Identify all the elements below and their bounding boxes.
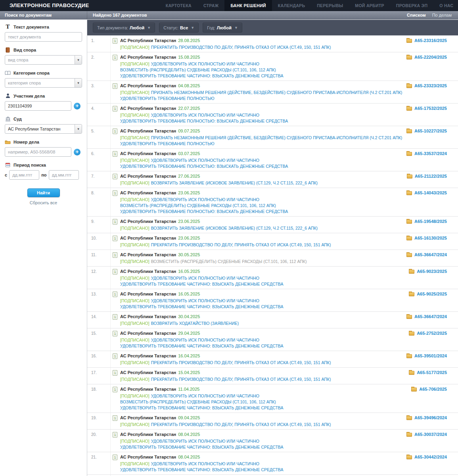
filter-dropdown-2[interactable]: Статус:Все▼ <box>159 23 199 33</box>
case-number-link[interactable]: А65-36647/2024 <box>414 252 447 257</box>
search-button[interactable]: Найти <box>27 188 60 197</box>
add-case-number-button[interactable]: + <box>74 149 80 155</box>
period-from-input[interactable] <box>9 170 39 180</box>
resolution-link[interactable]: ПРЕКРАТИТЬ ПРОИЗВОДСТВО ПО ДЕЛУ, ПРИНЯТЬ… <box>151 45 331 50</box>
resolution-link[interactable]: УДОВЛЕТВОРИТЬ ИСК ПОЛНОСТЬЮ ИЛИ ЧАСТИЧНО <box>151 276 259 280</box>
court-link[interactable]: АС Республики Татарстан <box>120 55 176 60</box>
court-link[interactable]: АС Республики Татарстан <box>120 190 176 195</box>
case-number-link[interactable]: А65-22204/2025 <box>414 55 447 60</box>
case-number-link[interactable]: А65-16130/2025 <box>414 236 447 240</box>
case-number-link[interactable]: А65-19548/2025 <box>414 219 447 224</box>
court-link[interactable]: АС Республики Татарстан <box>120 252 176 257</box>
case-number-link[interactable]: А65-2752/2025 <box>417 331 447 336</box>
resolution-link[interactable]: УДОВЛЕТВОРИТЬ ИСК ПОЛНОСТЬЮ ИЛИ ЧАСТИЧНО <box>151 197 259 202</box>
court-link[interactable]: АС Республики Татарстан <box>120 129 176 133</box>
court-link[interactable]: АС Республики Татарстан <box>120 236 176 240</box>
resolution-link[interactable]: УДОВЛЕТВОРИТЬ ИСК ПОЛНОСТЬЮ ИЛИ ЧАСТИЧНО <box>151 61 259 66</box>
court-link[interactable]: АС Республики Татарстан <box>120 106 176 111</box>
resolution-link[interactable]: ВОЗВРАТИТЬ ЗАЯВЛЕНИЕ (ИСКОВОЕ ЗАЯВЛЕНИЕ)… <box>151 180 318 185</box>
resolution-link[interactable]: ВОЗВРАТИТЬ ХОДАТАЙСТВО (ЗАЯВЛЕНИЕ) <box>151 321 239 326</box>
court-link[interactable]: АС Республики Татарстан <box>120 83 176 88</box>
document-text-input[interactable] <box>5 32 82 42</box>
court-link[interactable]: АС Республики Татарстан <box>120 314 176 319</box>
court-link[interactable]: АС Республики Татарстан <box>120 38 176 43</box>
resolution-link[interactable]: УДОВЛЕТВОРИТЬ ТРЕБОВАНИЕ ЧАСТИЧНО: ВЗЫСК… <box>120 282 283 286</box>
case-number-link[interactable]: А65-23323/2025 <box>414 83 447 88</box>
court-link[interactable]: АС Республики Татарстан <box>120 151 176 156</box>
nav-tab-8[interactable]: О НАС <box>433 0 458 11</box>
case-number-link[interactable]: А65-23316/2025 <box>414 38 447 43</box>
case-number-link[interactable]: А65-9023/2025 <box>417 269 447 274</box>
nav-tab-3[interactable]: БАНК РЕШЕНИЙ <box>224 0 272 11</box>
resolution-link[interactable]: УДОВЛЕТВОРИТЬ ИСК ПОЛНОСТЬЮ ИЛИ ЧАСТИЧНО <box>151 393 259 398</box>
resolution-link[interactable]: ПРЕКРАТИТЬ ПРОИЗВОДСТВО ПО ДЕЛУ, ПРИНЯТЬ… <box>151 242 331 247</box>
court-link[interactable]: АС Республики Татарстан <box>120 331 176 336</box>
filter-dropdown-1[interactable]: Тип документа:Любой▼ <box>93 23 155 33</box>
nav-tab-6[interactable]: МОЙ АРБИТР <box>349 0 390 11</box>
resolution-link[interactable]: УДОВЛЕТВОРИТЬ ТРЕБОВАНИЕ ПОЛНОСТЬЮ <box>120 141 215 146</box>
court-link[interactable]: АС Республики Татарстан <box>120 370 176 375</box>
nav-tab-5[interactable]: ПЕРЕРЫВЫ <box>311 0 349 11</box>
resolution-link[interactable]: УДОВЛЕТВОРИТЬ ИСК ПОЛНОСТЬЮ ИЛИ ЧАСТИЧНО <box>151 298 259 303</box>
case-number-link[interactable]: А65-30442/2024 <box>414 455 447 459</box>
case-number-link[interactable]: А65-5177/2025 <box>417 370 447 375</box>
period-to-input[interactable] <box>49 170 79 180</box>
resolution-link[interactable]: ВОЗВРАТИТЬ ЗАЯВЛЕНИЕ (ИСКОВОЕ ЗАЯВЛЕНИЕ)… <box>151 226 318 230</box>
case-number-link[interactable]: А65-39501/2024 <box>414 353 447 358</box>
case-number-link[interactable]: А65-14043/2025 <box>414 190 447 195</box>
case-number-input[interactable] <box>5 147 71 157</box>
resolution-link[interactable]: УДОВЛЕТВОРИТЬ ИСК ПОЛНОСТЬЮ ИЛИ ЧАСТИЧНО <box>151 461 259 466</box>
resolution-link[interactable]: УДОВЛЕТВОРИТЬ ИСК ПОЛНОСТЬЮ ИЛИ ЧАСТИЧНО <box>151 158 259 163</box>
resolution-link[interactable]: ПРЕКРАТИТЬ ПРОИЗВОДСТВО ПО ДЕЛУ, ПРИНЯТЬ… <box>151 422 331 427</box>
nav-tab-4[interactable]: КАЛЕНДАРЬ <box>272 0 311 11</box>
court-link[interactable]: АС Республики Татарстан <box>120 455 176 459</box>
resolution-link[interactable]: УДОВЛЕТВОРИТЬ ИСК ПОЛНОСТЬЮ ИЛИ ЧАСТИЧНО <box>151 113 259 117</box>
reset-all-link[interactable]: Сбросить все <box>5 200 82 205</box>
court-link[interactable]: АС Республики Татарстан <box>120 269 176 274</box>
court-link[interactable]: АС Республики Татарстан <box>120 432 176 437</box>
dispute-type-select[interactable]: вид спора <box>5 55 82 65</box>
case-number-link[interactable]: А65-39496/2024 <box>414 415 447 420</box>
view-as-list-link[interactable]: Списком <box>407 13 426 17</box>
court-select[interactable]: АС Республики Татарстан <box>5 124 82 134</box>
filter-dropdown-3[interactable]: Год:Любой▼ <box>203 23 242 33</box>
court-link[interactable]: АС Республики Татарстан <box>120 292 176 296</box>
case-number-link[interactable]: А65-36647/2024 <box>414 314 447 319</box>
nav-tab-7[interactable]: ПРОВЕРКА ЭП <box>390 0 433 11</box>
resolution-link[interactable]: УДОВЛЕТВОРИТЬ ТРЕБОВАНИЕ ЧАСТИЧНО: ВЗЫСК… <box>120 405 283 410</box>
view-by-cases-link[interactable]: По делам <box>432 13 452 17</box>
dispute-category-select[interactable]: категория спора <box>5 78 82 88</box>
court-link[interactable]: АС Республики Татарстан <box>120 353 176 358</box>
resolution-link[interactable]: УДОВЛЕТВОРИТЬ ТРЕБОВАНИЕ ЧАСТИЧНО: ВЗЫСК… <box>120 467 283 472</box>
case-number-link[interactable]: А65-706/2025 <box>419 387 447 392</box>
resolution-link[interactable]: УДОВЛЕТВОРИТЬ ТРЕБОВАНИЕ ПОЛНОСТЬЮ <box>120 96 215 101</box>
resolution-link[interactable]: УДОВЛЕТВОРИТЬ ИСК ПОЛНОСТЬЮ ИЛИ ЧАСТИЧНО <box>151 439 259 443</box>
resolution-link[interactable]: ВОЗМЕСТИТЬ (РАСПРЕДЕЛИТЬ) СУДЕБНЫЕ РАСХО… <box>120 67 276 72</box>
court-link[interactable]: АС Республики Татарстан <box>120 219 176 224</box>
resolution-link[interactable]: ПРИЗНАТЬ НЕЗАКОННЫМ РЕШЕНИЯ (ДЕЙСТВИЕ, Б… <box>151 135 402 140</box>
resolution-link[interactable]: ПРИЗНАТЬ НЕЗАКОННЫМ РЕШЕНИЯ (ДЕЙСТВИЕ, Б… <box>151 90 402 95</box>
case-number-link[interactable]: А65-21122/2025 <box>415 174 447 178</box>
resolution-link[interactable]: УДОВЛЕТВОРИТЬ ТРЕБОВАНИЕ ЧАСТИЧНО: ВЗЫСК… <box>120 304 283 309</box>
case-number-link[interactable]: А65-9025/2025 <box>417 292 447 296</box>
resolution-link[interactable]: ВОЗМЕСТИТЬ (РАСПРЕДЕЛИТЬ) СУДЕБНЫЕ РАСХО… <box>120 399 276 404</box>
resolution-link[interactable]: ПРЕКРАТИТЬ ПРОИЗВОДСТВО ПО ДЕЛУ, ПРИНЯТЬ… <box>151 377 331 382</box>
resolution-link[interactable]: УДОВЛЕТВОРИТЬ ТРЕБОВАНИЕ ПОЛНОСТЬЮ: ВЗЫС… <box>120 119 288 123</box>
nav-tab-1[interactable]: КАРТОТЕКА <box>160 0 197 11</box>
case-number-link[interactable]: А65-17532/2025 <box>414 106 447 111</box>
resolution-link[interactable]: ПРЕКРАТИТЬ ПРОИЗВОДСТВО ПО ДЕЛУ, ПРИНЯТЬ… <box>151 360 331 365</box>
resolution-link[interactable]: УДОВЛЕТВОРИТЬ ТРЕБОВАНИЕ ПОЛНОСТЬЮ: ВЗЫС… <box>120 209 288 214</box>
resolution-link[interactable]: УДОВЛЕТВОРИТЬ ИСК ПОЛНОСТЬЮ ИЛИ ЧАСТИЧНО <box>151 338 259 342</box>
resolution-link[interactable]: УДОВЛЕТВОРИТЬ ТРЕБОВАНИЕ ЧАСТИЧНО: ВЗЫСК… <box>120 445 283 449</box>
resolution-link[interactable]: УДОВЛЕТВОРИТЬ ТРЕБОВАНИЕ ПОЛНОСТЬЮ: ВЗЫС… <box>120 164 288 169</box>
resolution-link[interactable]: ВОЗМЕСТИТЬ (РАСПРЕДЕЛИТЬ) СУДЕБНЫЕ РАСХО… <box>120 203 276 208</box>
resolution-link[interactable]: УДОВЛЕТВОРИТЬ ТРЕБОВАНИЕ ЧАСТИЧНО: ВЗЫСК… <box>120 73 283 78</box>
court-link[interactable]: АС Республики Татарстан <box>120 387 176 392</box>
participant-input[interactable] <box>5 101 71 111</box>
case-number-link[interactable]: А65-33537/2024 <box>414 151 447 156</box>
case-number-link[interactable]: А65-10227/2025 <box>414 129 447 133</box>
court-link[interactable]: АС Республики Татарстан <box>120 174 176 178</box>
add-participant-button[interactable]: + <box>74 103 80 109</box>
court-link[interactable]: АС Республики Татарстан <box>120 415 176 420</box>
resolution-link[interactable]: УДОВЛЕТВОРИТЬ ТРЕБОВАНИЕ ЧАСТИЧНО: ВЗЫСК… <box>120 344 283 348</box>
